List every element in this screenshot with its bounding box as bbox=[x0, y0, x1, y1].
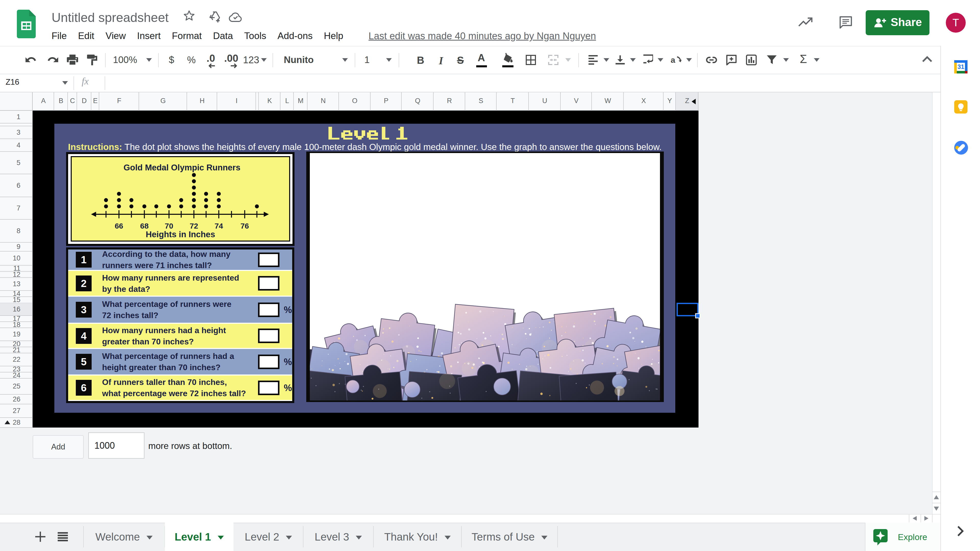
svg-text:Heights in Inches: Heights in Inches bbox=[146, 230, 215, 239]
svg-text:68: 68 bbox=[140, 222, 148, 230]
svg-text:72: 72 bbox=[189, 222, 198, 230]
svg-text:74: 74 bbox=[215, 222, 223, 230]
svg-text:76: 76 bbox=[240, 222, 249, 230]
svg-text:a: a bbox=[671, 56, 675, 65]
svg-text:66: 66 bbox=[115, 222, 123, 230]
svg-text:31: 31 bbox=[958, 63, 964, 70]
svg-text:70: 70 bbox=[165, 222, 173, 230]
svg-text:Gold Medal Olympic Runners: Gold Medal Olympic Runners bbox=[124, 163, 240, 172]
